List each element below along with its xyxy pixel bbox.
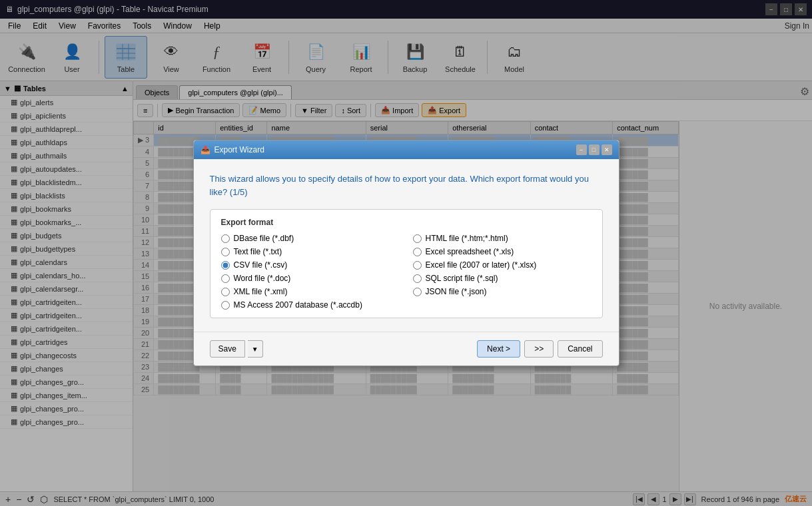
dialog-footer: Save ▼ Next > >> Cancel bbox=[194, 332, 619, 366]
dialog-title-text: Export Wizard bbox=[214, 145, 264, 154]
footer-left: Save ▼ bbox=[210, 340, 263, 358]
format-xlsx[interactable]: Excel file (2007 or later) (*.xlsx) bbox=[413, 260, 592, 270]
format-json[interactable]: JSON file (*.json) bbox=[413, 287, 592, 296]
format-xlsx-label: Excel file (2007 or later) (*.xlsx) bbox=[426, 260, 537, 270]
format-json-label: JSON file (*.json) bbox=[426, 287, 487, 296]
next-label: Next > bbox=[487, 344, 510, 354]
format-xlsx-radio[interactable] bbox=[413, 261, 422, 270]
export-wizard-dialog: 📤 Export Wizard − □ ✕ This wizard allows… bbox=[193, 140, 619, 366]
export-wizard-overlay: 📤 Export Wizard − □ ✕ This wizard allows… bbox=[0, 0, 812, 506]
cancel-label: Cancel bbox=[568, 344, 592, 354]
skip-button[interactable]: >> bbox=[524, 340, 554, 358]
format-txt[interactable]: Text file (*.txt) bbox=[221, 247, 400, 256]
dialog-intro-text: This wizard allows you to specify detail… bbox=[210, 172, 603, 198]
format-dbf[interactable]: DBase file (*.dbf) bbox=[221, 234, 400, 243]
format-csv[interactable]: CSV file (*.csv) bbox=[221, 260, 400, 270]
dialog-titlebar-buttons: − □ ✕ bbox=[576, 144, 612, 155]
format-html-label: HTML file (*.htm;*.html) bbox=[426, 234, 508, 243]
format-html[interactable]: HTML file (*.htm;*.html) bbox=[413, 234, 592, 243]
format-doc-radio[interactable] bbox=[221, 274, 230, 283]
format-doc[interactable]: Word file (*.doc) bbox=[221, 274, 400, 283]
format-dbf-radio[interactable] bbox=[221, 234, 230, 243]
format-accdb-radio[interactable] bbox=[221, 301, 230, 310]
format-html-radio[interactable] bbox=[413, 234, 422, 243]
save-arrow-button[interactable]: ▼ bbox=[248, 340, 263, 358]
format-xls-label: Excel spreadsheet (*.xls) bbox=[426, 247, 514, 256]
format-xml[interactable]: XML file (*.xml) bbox=[221, 287, 400, 296]
format-sql-label: SQL script file (*.sql) bbox=[426, 274, 498, 283]
export-format-group: Export format DBase file (*.dbf) HTML fi… bbox=[210, 209, 603, 318]
format-xml-label: XML file (*.xml) bbox=[234, 287, 288, 296]
format-xml-radio[interactable] bbox=[221, 288, 230, 296]
dialog-title-icon: 📤 bbox=[201, 145, 210, 154]
save-button[interactable]: Save bbox=[210, 340, 245, 358]
dialog-titlebar: 📤 Export Wizard − □ ✕ bbox=[194, 140, 619, 159]
skip-label: >> bbox=[534, 344, 544, 354]
format-sql[interactable]: SQL script file (*.sql) bbox=[413, 274, 592, 283]
dialog-close-button[interactable]: ✕ bbox=[602, 144, 612, 155]
format-sql-radio[interactable] bbox=[413, 274, 422, 283]
format-csv-label: CSV file (*.csv) bbox=[234, 260, 288, 270]
next-button[interactable]: Next > bbox=[477, 340, 520, 358]
format-accdb[interactable]: MS Access 2007 database (*.accdb) bbox=[221, 300, 400, 310]
format-csv-radio[interactable] bbox=[221, 261, 230, 270]
dialog-maximize-button[interactable]: □ bbox=[589, 144, 600, 155]
save-label: Save bbox=[218, 344, 236, 354]
format-txt-radio[interactable] bbox=[221, 248, 230, 256]
dialog-body: This wizard allows you to specify detail… bbox=[194, 159, 619, 332]
format-xls[interactable]: Excel spreadsheet (*.xls) bbox=[413, 247, 592, 256]
format-accdb-label: MS Access 2007 database (*.accdb) bbox=[234, 300, 362, 310]
footer-right: Next > >> Cancel bbox=[477, 340, 602, 358]
export-format-title: Export format bbox=[221, 218, 592, 227]
format-radio-grid: DBase file (*.dbf) HTML file (*.htm;*.ht… bbox=[221, 234, 592, 310]
format-xls-radio[interactable] bbox=[413, 248, 422, 256]
format-dbf-label: DBase file (*.dbf) bbox=[234, 234, 294, 243]
cancel-button[interactable]: Cancel bbox=[558, 340, 602, 358]
dialog-minimize-button[interactable]: − bbox=[576, 144, 587, 155]
format-txt-label: Text file (*.txt) bbox=[234, 247, 282, 256]
dialog-title-left: 📤 Export Wizard bbox=[201, 145, 264, 154]
format-json-radio[interactable] bbox=[413, 288, 422, 296]
format-doc-label: Word file (*.doc) bbox=[234, 274, 291, 283]
